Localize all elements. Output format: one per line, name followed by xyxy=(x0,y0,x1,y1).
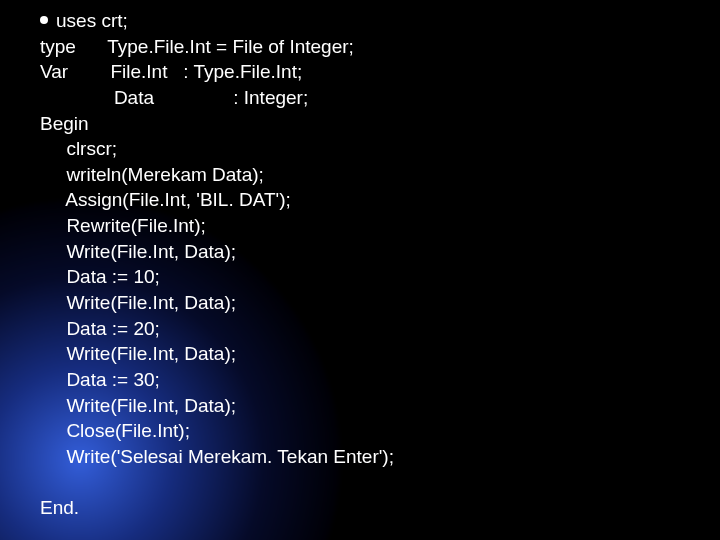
code-line-8: Assign(File.Int, 'BIL. DAT'); xyxy=(40,189,291,210)
code-line-14: Write(File.Int, Data); xyxy=(40,343,236,364)
code-line-2: type Type.File.Int = File of Integer; xyxy=(40,36,354,57)
code-line-11: Data := 10; xyxy=(40,266,160,287)
code-line-6: clrscr; xyxy=(40,138,117,159)
code-line-5: Begin xyxy=(40,113,89,134)
code-line-16: Write(File.Int, Data); xyxy=(40,395,236,416)
code-line-17: Close(File.Int); xyxy=(40,420,190,441)
code-line-10: Write(File.Int, Data); xyxy=(40,241,236,262)
code-line-13: Data := 20; xyxy=(40,318,160,339)
code-line-20: End. xyxy=(40,497,79,518)
slide: uses crt; type Type.File.Int = File of I… xyxy=(0,0,720,540)
code-line-12: Write(File.Int, Data); xyxy=(40,292,236,313)
code-line-3: Var File.Int : Type.File.Int; xyxy=(40,61,302,82)
code-line-9: Rewrite(File.Int); xyxy=(40,215,206,236)
code-line-4: Data : Integer; xyxy=(40,87,308,108)
code-line-15: Data := 30; xyxy=(40,369,160,390)
code-line-18: Write('Selesai Merekam. Tekan Enter'); xyxy=(40,446,394,467)
code-block: uses crt; type Type.File.Int = File of I… xyxy=(40,8,700,521)
code-line-7: writeln(Merekam Data); xyxy=(40,164,264,185)
bullet-icon xyxy=(40,16,48,24)
code-line-1: uses crt; xyxy=(56,10,128,31)
